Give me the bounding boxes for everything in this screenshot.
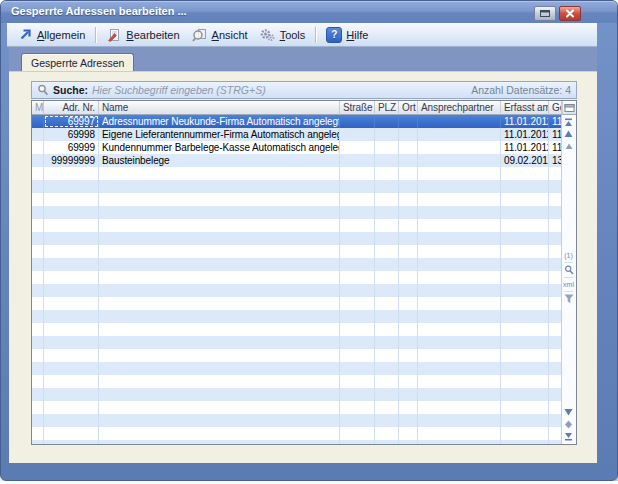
cell-ansprechpartner[interactable]	[418, 128, 501, 141]
cell-ansprechpartner[interactable]	[418, 219, 501, 232]
cell-m[interactable]	[32, 141, 44, 154]
table-row-empty[interactable]	[32, 414, 562, 427]
table-row-empty[interactable]	[32, 271, 562, 284]
cell-adr-nr[interactable]: 99999999	[44, 154, 99, 167]
cell-adr-nr[interactable]	[44, 271, 99, 284]
cell-plz[interactable]	[375, 362, 399, 375]
grid-search-button[interactable]	[563, 265, 574, 275]
table-row-empty[interactable]	[32, 401, 562, 414]
cell-m[interactable]	[32, 128, 44, 141]
scroll-to-top-button[interactable]	[563, 117, 574, 127]
cell-ort[interactable]	[399, 375, 418, 388]
xml-export-button[interactable]: xml	[563, 280, 574, 289]
cell-strasse[interactable]	[340, 167, 375, 180]
cell-ort[interactable]	[399, 323, 418, 336]
cell-m[interactable]	[32, 388, 44, 401]
cell-erfasst-am[interactable]	[501, 232, 549, 245]
table-row[interactable]: 69997Adressnummer Neukunde-Firma Automat…	[32, 115, 562, 128]
table-row[interactable]: 69999Kundennummer Barbelege-Kasse Automa…	[32, 141, 562, 154]
search-bar[interactable]: Suche: Hier Suchbegriff eingeben (STRG+S…	[31, 81, 577, 99]
cell-strasse[interactable]	[340, 180, 375, 193]
cell-strasse[interactable]	[340, 414, 375, 427]
menu-item-allgemein[interactable]: Allgemein	[11, 25, 91, 44]
table-row[interactable]: 99999999Bausteinbelege09.02.201213.	[32, 154, 562, 167]
cell-strasse[interactable]	[340, 154, 375, 167]
cell-erfasst-am[interactable]	[501, 414, 549, 427]
menu-item-ansicht[interactable]: Ansicht	[186, 25, 254, 44]
cell-name[interactable]	[99, 258, 340, 271]
cell-strasse[interactable]	[340, 141, 375, 154]
table-row-empty[interactable]	[32, 362, 562, 375]
close-button[interactable]	[559, 6, 581, 21]
cell-adr-nr[interactable]	[44, 167, 99, 180]
cell-strasse[interactable]	[340, 375, 375, 388]
column-header-name[interactable]: Name	[99, 101, 340, 115]
column-header-erfasst-am[interactable]: Erfasst am	[501, 101, 549, 115]
cell-m[interactable]	[32, 297, 44, 310]
cell-plz[interactable]	[375, 154, 399, 167]
table-row-empty[interactable]	[32, 284, 562, 297]
cell-adr-nr[interactable]	[44, 388, 99, 401]
cell-plz[interactable]	[375, 193, 399, 206]
scroll-row-up-button[interactable]	[563, 141, 574, 151]
table-row-empty[interactable]	[32, 258, 562, 271]
cell-adr-nr[interactable]	[44, 284, 99, 297]
cell-erfasst-am[interactable]	[501, 388, 549, 401]
cell-strasse[interactable]	[340, 401, 375, 414]
cell-erfasst-am[interactable]	[501, 206, 549, 219]
cell-m[interactable]	[32, 284, 44, 297]
cell-m[interactable]	[32, 401, 44, 414]
cell-erfasst-am[interactable]: 11.01.2012	[501, 115, 549, 128]
cell-strasse[interactable]	[340, 258, 375, 271]
cell-plz[interactable]	[375, 128, 399, 141]
cell-erfasst-am[interactable]	[501, 310, 549, 323]
cell-erfasst-am[interactable]	[501, 375, 549, 388]
cell-adr-nr[interactable]	[44, 375, 99, 388]
cell-ort[interactable]	[399, 362, 418, 375]
cell-strasse[interactable]	[340, 284, 375, 297]
cell-erfasst-am[interactable]	[501, 336, 549, 349]
cell-strasse[interactable]	[340, 193, 375, 206]
cell-erfasst-am[interactable]: 11.01.2012	[501, 141, 549, 154]
restore-button[interactable]	[534, 6, 556, 21]
cell-ort[interactable]	[399, 427, 418, 440]
cell-m[interactable]	[32, 427, 44, 440]
column-header-strasse[interactable]: Straße	[340, 101, 375, 115]
cell-m[interactable]	[32, 180, 44, 193]
cell-m[interactable]	[32, 193, 44, 206]
table-row-empty[interactable]	[32, 323, 562, 336]
cell-ort[interactable]	[399, 206, 418, 219]
column-header-ansprechpartner[interactable]: Ansprechpartner	[418, 101, 501, 115]
cell-m[interactable]	[32, 362, 44, 375]
cell-ansprechpartner[interactable]	[418, 362, 501, 375]
cell-strasse[interactable]	[340, 297, 375, 310]
cell-adr-nr[interactable]	[44, 206, 99, 219]
cell-ort[interactable]	[399, 297, 418, 310]
cell-name[interactable]: Bausteinbelege	[99, 154, 340, 167]
search-input[interactable]: Hier Suchbegriff eingeben (STRG+S)	[92, 84, 471, 96]
cell-ansprechpartner[interactable]	[418, 349, 501, 362]
cell-erfasst-am[interactable]: 11.01.2012	[501, 128, 549, 141]
cell-strasse[interactable]	[340, 427, 375, 440]
cell-m[interactable]	[32, 414, 44, 427]
cell-name[interactable]	[99, 440, 340, 444]
cell-ansprechpartner[interactable]	[418, 193, 501, 206]
cell-ansprechpartner[interactable]	[418, 271, 501, 284]
cell-ort[interactable]	[399, 336, 418, 349]
cell-strasse[interactable]	[340, 362, 375, 375]
cell-m[interactable]	[32, 258, 44, 271]
cell-name[interactable]	[99, 375, 340, 388]
cell-adr-nr[interactable]	[44, 323, 99, 336]
cell-ort[interactable]	[399, 115, 418, 128]
cell-ansprechpartner[interactable]	[418, 414, 501, 427]
cell-plz[interactable]	[375, 401, 399, 414]
cell-strasse[interactable]	[340, 323, 375, 336]
cell-ort[interactable]	[399, 245, 418, 258]
cell-ort[interactable]	[399, 401, 418, 414]
filter-button[interactable]	[563, 294, 574, 304]
cell-plz[interactable]	[375, 427, 399, 440]
cell-ansprechpartner[interactable]	[418, 401, 501, 414]
cell-ansprechpartner[interactable]	[418, 154, 501, 167]
cell-m[interactable]	[32, 154, 44, 167]
cell-ansprechpartner[interactable]	[418, 375, 501, 388]
